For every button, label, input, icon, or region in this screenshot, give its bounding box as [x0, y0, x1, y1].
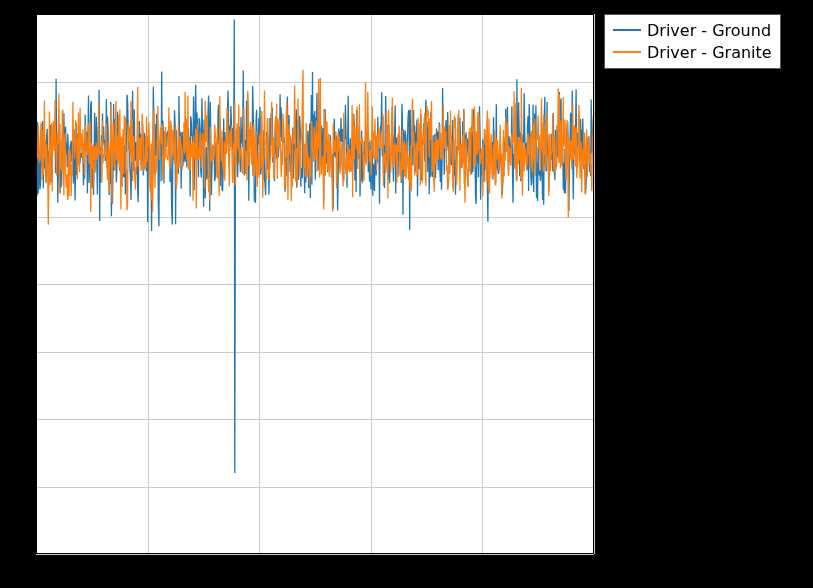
legend-item: Driver - Granite	[613, 41, 772, 63]
legend-swatch-icon	[613, 29, 641, 31]
series-line	[36, 19, 594, 473]
legend: Driver - Ground Driver - Granite	[604, 14, 781, 69]
legend-swatch-icon	[613, 51, 641, 53]
axis-spine	[36, 14, 594, 15]
axis-spine	[36, 553, 594, 554]
legend-item: Driver - Ground	[613, 19, 772, 41]
axis-spine	[36, 14, 37, 554]
axis-spine	[593, 14, 594, 554]
legend-label: Driver - Ground	[647, 21, 771, 40]
legend-label: Driver - Granite	[647, 43, 772, 62]
series-layer	[0, 0, 813, 588]
